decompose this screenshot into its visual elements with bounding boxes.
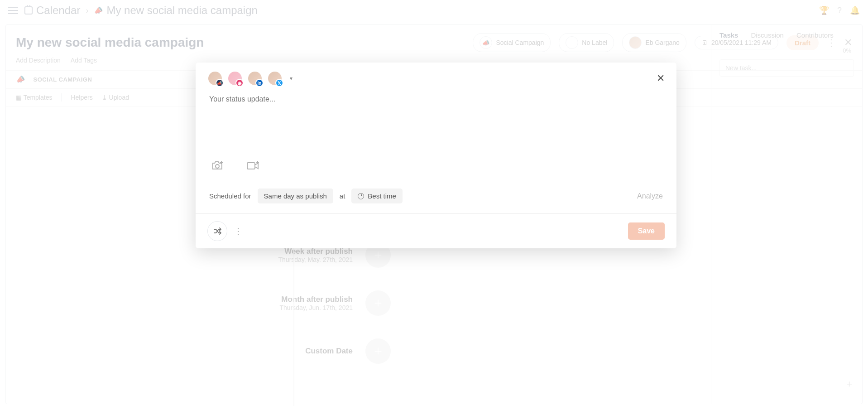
tab-tasks[interactable]: Tasks [719,31,738,39]
schedule-day-picker[interactable]: Same day as publish [258,188,333,203]
profile-avatar-linkedin[interactable]: in [247,71,263,86]
right-sidebar: Tasks Discussion Contributors 0% New tas… [711,25,862,404]
linkedin-icon: in [255,79,264,87]
clock-icon [358,193,364,199]
type-chip[interactable]: 📣Social Campaign [473,33,551,52]
upload-button[interactable]: ⤓ Upload [102,94,129,101]
section-label: SOCIAL CAMPAIGN [34,76,92,83]
top-bar: Calendar › 📣 My new social media campaig… [0,0,868,21]
svg-point-0 [216,164,219,168]
save-button[interactable]: Save [628,222,665,240]
tab-contributors[interactable]: Contributors [796,31,834,39]
add-task-button[interactable]: + [846,378,852,390]
chevron-right-icon: › [86,6,88,15]
timeline: Week after publish Thursday, May. 27th, … [29,242,391,364]
menu-icon[interactable] [8,7,18,14]
add-slot-button[interactable]: + [365,290,391,316]
analyze-button[interactable]: Analyze [637,192,663,200]
tab-discussion[interactable]: Discussion [751,31,784,39]
profile-avatar-instagram[interactable]: ◉ [227,71,243,86]
timeline-date: Thursday, Jun. 17th, 2021 [158,304,353,311]
schedule-time-picker[interactable]: Best time [351,188,403,203]
scheduled-for-label: Scheduled for [209,192,251,200]
calendar-icon [24,6,33,14]
bullhorn-icon: 📣 [15,74,26,85]
profile-avatar-coschedule[interactable]: 📣 [207,71,223,86]
add-description-link[interactable]: Add Description [16,57,61,64]
status-textarea[interactable] [209,95,663,154]
shuffle-button[interactable] [207,221,227,241]
svg-rect-1 [247,163,255,169]
timeline-title: Month after publish [158,295,353,304]
help-icon[interactable]: ? [837,6,842,15]
bell-icon[interactable]: 🔔 [850,5,860,15]
timeline-title: Week after publish [158,247,353,256]
compose-modal: 📣 ◉ in 𝕏 ▾ ✕ Scheduled for Same day as p… [196,63,676,248]
add-video-icon[interactable] [246,160,260,173]
trophy-icon[interactable]: 🏆 [819,5,829,15]
timeline-title: Custom Date [158,347,353,356]
profile-selector[interactable]: 📣 ◉ in 𝕏 ▾ [207,71,293,86]
modal-close-icon[interactable]: ✕ [657,72,665,84]
profile-avatar-twitter[interactable]: 𝕏 [267,71,283,86]
page-title[interactable]: My new social media campaign [16,35,204,50]
instagram-icon: ◉ [235,79,244,87]
add-slot-button[interactable]: + [365,338,391,364]
breadcrumb-page: My new social media campaign [106,4,257,17]
modal-more-icon[interactable]: ⋮ [234,226,243,237]
add-photo-icon[interactable] [211,160,224,173]
add-tags-link[interactable]: Add Tags [71,57,97,64]
bullhorn-icon: 📣 [93,5,104,16]
timeline-date: Thursday, May. 27th, 2021 [158,256,353,263]
twitter-icon: 𝕏 [275,79,283,87]
helpers-button[interactable]: Helpers [71,94,92,101]
chevron-down-icon[interactable]: ▾ [290,75,293,82]
progress-label: 0% [719,47,854,54]
calendar-small-icon: 🗓 [701,39,708,46]
label-chip[interactable]: No Label [559,33,614,52]
at-label: at [340,192,345,200]
breadcrumb-root[interactable]: Calendar [36,4,80,17]
new-task-input[interactable]: New task... [719,59,854,77]
coschedule-icon: 📣 [216,79,224,87]
owner-chip[interactable]: Eb Gargano [622,33,686,52]
templates-button[interactable]: ▦ Templates [16,94,52,101]
